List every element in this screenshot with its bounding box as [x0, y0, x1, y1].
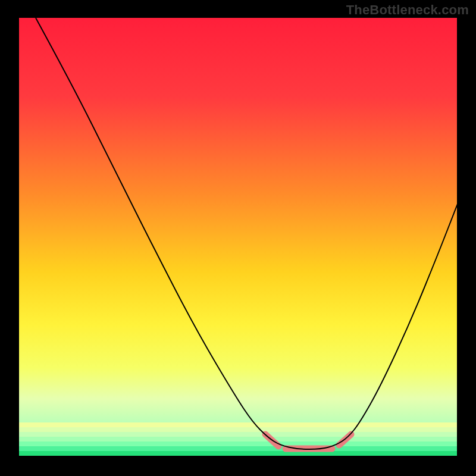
watermark-text: TheBottleneck.com	[346, 2, 469, 18]
svg-rect-3	[19, 432, 457, 437]
bottleneck-chart	[0, 0, 476, 476]
svg-rect-4	[19, 437, 457, 441]
bottom-color-bands	[19, 422, 457, 456]
chart-frame: { "watermark": "TheBottleneck.com", "cha…	[0, 0, 476, 476]
svg-rect-6	[19, 446, 457, 451]
svg-rect-5	[19, 441, 457, 446]
svg-rect-2	[19, 427, 457, 432]
svg-rect-7	[19, 451, 457, 456]
gradient-background	[19, 18, 457, 456]
svg-rect-1	[19, 422, 457, 427]
